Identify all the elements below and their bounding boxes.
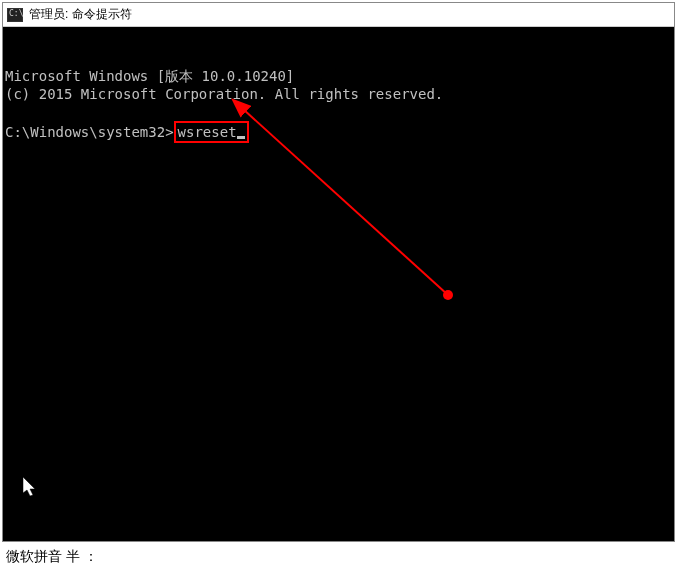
ime-text: 微软拼音 半 ： — [6, 548, 98, 564]
window-title: 管理员: 命令提示符 — [29, 6, 132, 23]
blank-line — [5, 103, 672, 121]
prompt-line: C:\Windows\system32>wsreset — [5, 121, 249, 143]
command-text: wsreset — [178, 124, 237, 140]
ime-status-bar[interactable]: 微软拼音 半 ： — [4, 547, 100, 567]
titlebar[interactable]: 管理员: 命令提示符 — [3, 3, 674, 27]
cmd-icon — [7, 8, 23, 22]
text-cursor — [237, 136, 245, 139]
terminal-area[interactable]: Microsoft Windows [版本 10.0.10240](c) 201… — [3, 27, 674, 541]
command-highlight: wsreset — [174, 121, 249, 143]
cmd-window: 管理员: 命令提示符 Microsoft Windows [版本 10.0.10… — [2, 2, 675, 542]
prompt-text: C:\Windows\system32> — [5, 124, 174, 140]
version-line: Microsoft Windows [版本 10.0.10240] — [5, 67, 672, 85]
copyright-line: (c) 2015 Microsoft Corporation. All righ… — [5, 85, 672, 103]
